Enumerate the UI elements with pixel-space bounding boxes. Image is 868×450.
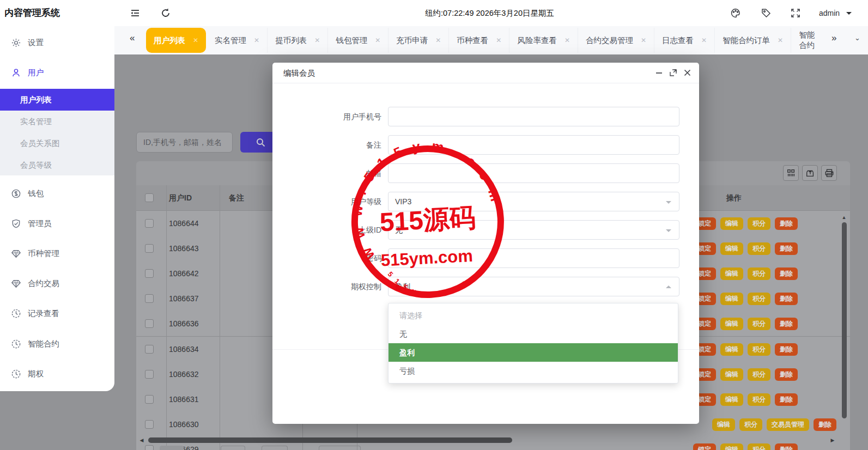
tag-icon[interactable] (761, 8, 772, 21)
tab-close-icon[interactable]: ✕ (193, 37, 198, 44)
minimize-icon[interactable] (655, 69, 664, 77)
action-button[interactable]: 编辑 (720, 242, 743, 255)
action-button[interactable]: 编辑 (720, 318, 743, 330)
action-button[interactable]: 积分 (739, 418, 762, 431)
action-button[interactable]: 积分 (748, 242, 770, 255)
pagination-control[interactable] (221, 446, 245, 450)
action-button[interactable]: 编辑 (712, 418, 735, 431)
vertical-scrollbar-thumb[interactable] (842, 222, 847, 418)
pagination-control[interactable] (262, 446, 288, 450)
sidebar-item-5[interactable]: 合约交易 (0, 273, 114, 293)
sidebar-item-1[interactable]: 用户 (0, 63, 114, 82)
scroll-up-arrow[interactable]: ▲ (841, 215, 847, 220)
tab-close-icon[interactable]: ✕ (564, 37, 570, 44)
tab-close-icon[interactable]: ✕ (778, 37, 783, 44)
action-button[interactable]: 删除 (775, 242, 798, 255)
select-6[interactable]: 盈利 (388, 277, 679, 296)
action-button[interactable]: 积分 (748, 217, 770, 230)
sidebar-subitem-1[interactable]: 实名管理 (0, 111, 114, 132)
tab-0[interactable]: 用户列表✕ (146, 28, 206, 53)
input-5[interactable] (388, 248, 679, 268)
user-menu[interactable]: admin (819, 0, 840, 26)
dropdown-option-0[interactable]: 请选择 (389, 306, 678, 325)
action-button[interactable]: 删除 (775, 343, 798, 356)
action-button[interactable]: 交易员管理 (767, 418, 809, 431)
action-button[interactable]: 编辑 (720, 343, 743, 356)
row-checkbox[interactable] (145, 395, 154, 404)
horizontal-scrollbar-thumb[interactable] (148, 437, 512, 443)
input-1[interactable] (388, 135, 679, 155)
dropdown-option-3[interactable]: 亏损 (389, 362, 678, 380)
sidebar-item-0[interactable]: 设置 (0, 33, 114, 52)
tab-7[interactable]: 合约交易管理✕ (578, 28, 654, 53)
action-button[interactable]: 删除 (775, 267, 798, 280)
sidebar-item-3[interactable]: 管理员 (0, 214, 114, 233)
action-button[interactable]: 删除 (775, 217, 798, 230)
scroll-left-arrow[interactable]: ◀ (138, 437, 145, 443)
row-checkbox[interactable] (145, 294, 154, 303)
menu-fold-icon[interactable] (130, 8, 141, 21)
action-button[interactable]: 编辑 (720, 368, 743, 381)
tab-close-icon[interactable]: ✕ (435, 37, 441, 44)
tabs-dropdown-icon[interactable]: ⌄ (854, 34, 860, 42)
input-0[interactable] (388, 107, 679, 126)
tab-close-icon[interactable]: ✕ (375, 37, 380, 44)
action-button[interactable]: 编辑 (720, 393, 743, 406)
select-4[interactable]: 无 (388, 220, 679, 240)
tab-8[interactable]: 日志查看✕ (654, 28, 715, 53)
action-button[interactable]: 积分 (748, 343, 770, 356)
tab-10[interactable]: 智能合约 (791, 28, 824, 53)
maximize-icon[interactable] (669, 69, 678, 77)
action-button[interactable]: 编辑 (720, 443, 743, 450)
search-input[interactable]: ID,手机号，邮箱，姓名 (136, 132, 233, 153)
row-checkbox[interactable] (145, 445, 154, 450)
tabs-more-icon[interactable]: » (831, 33, 835, 44)
grid-button[interactable] (783, 165, 799, 181)
row-checkbox[interactable] (145, 370, 154, 379)
select-3[interactable]: VIP3 (388, 192, 679, 211)
tab-close-icon[interactable]: ✕ (496, 37, 501, 44)
tab-6[interactable]: 风险率查看✕ (509, 28, 578, 53)
tab-5[interactable]: 币种查看✕ (449, 28, 509, 53)
action-button[interactable]: 积分 (748, 318, 770, 330)
tab-3[interactable]: 钱包管理✕ (328, 28, 389, 53)
sidebar-subitem-3[interactable]: 会员等级 (0, 154, 114, 176)
tab-2[interactable]: 提币列表✕ (268, 28, 328, 53)
dropdown-option-2[interactable]: 盈利 (389, 343, 678, 362)
fullscreen-icon[interactable] (790, 8, 801, 21)
input-2[interactable] (388, 163, 679, 183)
palette-icon[interactable] (730, 8, 741, 21)
export-button[interactable] (802, 165, 818, 181)
action-button[interactable]: 积分 (748, 267, 770, 280)
row-checkbox[interactable] (145, 345, 154, 354)
refresh-icon[interactable] (160, 8, 171, 21)
printer-button[interactable] (821, 165, 837, 181)
row-checkbox[interactable] (145, 219, 154, 228)
sidebar-item-7[interactable]: 智能合约 (0, 334, 114, 354)
action-button[interactable]: 删除 (775, 443, 798, 450)
sidebar-item-4[interactable]: 币种管理 (0, 244, 114, 263)
sidebar-subitem-2[interactable]: 会员关系图 (0, 132, 114, 154)
dropdown-option-1[interactable]: 无 (389, 325, 678, 343)
tab-close-icon[interactable]: ✕ (254, 37, 259, 44)
action-button[interactable]: 删除 (775, 393, 798, 406)
action-button[interactable]: 积分 (748, 293, 770, 305)
tab-close-icon[interactable]: ✕ (641, 37, 646, 44)
sidebar-subitem-0[interactable]: 用户列表 (0, 89, 114, 111)
action-button[interactable]: 删除 (775, 368, 798, 381)
action-button[interactable]: 锁定 (693, 443, 716, 450)
sidebar-item-6[interactable]: 记录查看 (0, 303, 114, 323)
action-button[interactable]: 编辑 (720, 217, 743, 230)
row-checkbox[interactable] (145, 319, 154, 328)
sidebar-item-2[interactable]: 钱包 (0, 184, 114, 203)
action-button[interactable]: 删除 (775, 293, 798, 305)
tabs-collapse-icon[interactable]: « (130, 33, 133, 44)
action-button[interactable]: 编辑 (720, 293, 743, 305)
tab-1[interactable]: 实名管理✕ (207, 28, 268, 53)
sidebar-item-8[interactable]: 期权 (0, 364, 114, 384)
action-button[interactable]: 编辑 (720, 267, 743, 280)
pagination-control[interactable] (319, 446, 361, 450)
scroll-right-arrow[interactable]: ▶ (829, 437, 836, 443)
action-button[interactable]: 删除 (775, 318, 798, 330)
tab-4[interactable]: 充币申请✕ (389, 28, 449, 53)
